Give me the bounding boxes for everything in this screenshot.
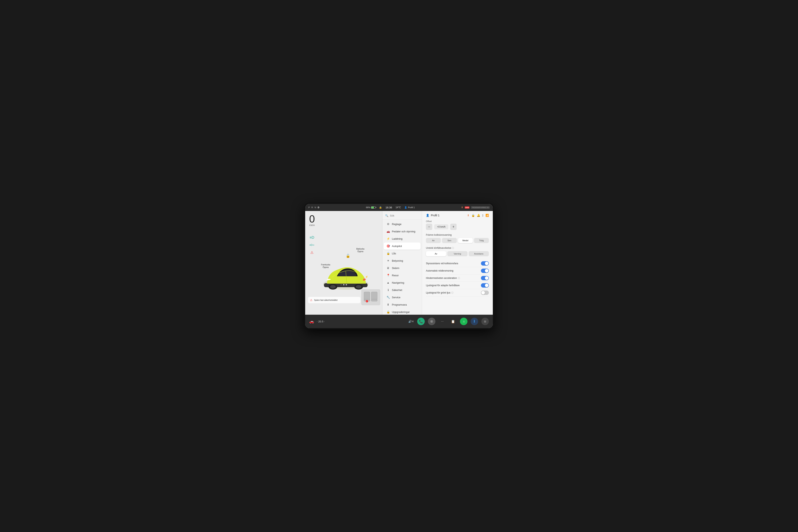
lock-status-icon: 🔒: [379, 206, 382, 209]
toggle-ljudsignal-adaptiv: Ljudsignal för adaptiv farthållare: [426, 282, 489, 289]
gear-n[interactable]: N: [315, 206, 317, 209]
temp-right-arrow[interactable]: ›: [324, 320, 325, 323]
menu-item-reglage[interactable]: ⚙ Reglage: [383, 221, 421, 228]
hindermedveten-toggle[interactable]: [481, 276, 489, 280]
lane-varning-btn[interactable]: Varning: [447, 251, 468, 256]
volume-icon[interactable]: 🔊✕: [408, 320, 414, 323]
collision-medel-btn[interactable]: Medel: [458, 238, 473, 243]
bottom-car-icon[interactable]: 🚗: [309, 319, 314, 324]
profile-bluetooth-icon[interactable]: ₿: [482, 214, 483, 217]
menu-item-uppgraderingar[interactable]: 🔒 Uppgraderingar: [383, 308, 421, 315]
menu-item-laddning[interactable]: ⚡ Laddning: [383, 235, 421, 242]
skarm-label: Skärm: [392, 267, 399, 269]
menu-panel: 🔍 Sök ⚙ Reglage 🚗 Pedaler och styrning ⚡…: [382, 211, 422, 315]
collision-sen-btn[interactable]: Sen: [442, 238, 457, 243]
right-panel: 👤 Profil 1 ⬇ 🔒 🔔 ₿ 📶 Offset −: [422, 211, 493, 315]
gront-info-icon[interactable]: ⓘ: [451, 291, 453, 294]
las-icon: 🔒: [386, 252, 390, 255]
dots-icon[interactable]: ···: [439, 318, 446, 325]
camera-icon[interactable]: ⦿: [428, 318, 435, 325]
lane-info-icon[interactable]: ⓘ: [452, 247, 454, 249]
sos-badge[interactable]: SOS: [465, 206, 470, 209]
menu-item-resor[interactable]: 📍 Resor: [383, 272, 421, 279]
svg-point-12: [366, 300, 368, 302]
svg-point-3: [330, 285, 336, 288]
dot-1[interactable]: [340, 284, 342, 285]
toggle-hindermedveten: Hindermedveten acceleration ⓘ: [426, 274, 489, 282]
collision-av-btn[interactable]: Av: [426, 238, 441, 243]
sakerhet-icon: ℹ: [386, 288, 390, 291]
person-icon: 👤: [404, 206, 407, 209]
skarm-icon: 🖥: [386, 266, 390, 269]
menu-item-las[interactable]: 🔒 Lås: [383, 250, 421, 257]
bottom-bar: 🚗 ‹ 20.5 › 🔊✕ 📞 ⦿ ··· 📋 ♫ ᛒ ⊞: [305, 315, 493, 328]
service-label: Service: [392, 296, 400, 299]
menu-item-pedaler[interactable]: 🚗 Pedaler och styrning: [383, 228, 421, 235]
svg-text:!: !: [366, 301, 367, 302]
menu-item-navigering[interactable]: ▲ Navigering: [383, 279, 421, 286]
search-row[interactable]: 🔍 Sök: [382, 212, 422, 220]
offset-label: Offset: [426, 220, 489, 223]
hindermedveten-label: Hindermedveten acceleration ⓘ: [426, 277, 460, 280]
collision-buttons: Av Sen Medel Tidig: [426, 238, 489, 243]
gear-d[interactable]: D: [318, 206, 320, 209]
screen-outer: P R N D 66% 🔒 16:36 14°C 👤 Profil 1: [304, 203, 494, 329]
pedaler-label: Pedaler och styrning: [392, 230, 415, 233]
ljudsignal-adaptiv-knob: [485, 284, 489, 287]
menu-item-belysning[interactable]: ☀ Belysning: [383, 257, 421, 264]
hindermedveten-info-icon[interactable]: ⓘ: [458, 277, 460, 280]
profile-person-icon: 👤: [426, 214, 429, 217]
speed-value: 0: [309, 214, 315, 224]
profile-bell-icon[interactable]: 🔔: [477, 214, 480, 217]
drive-icons: ≡D ≡D⊂ ⚠: [308, 235, 316, 255]
pedaler-icon: 🚗: [386, 230, 390, 233]
lane-av-btn[interactable]: Av: [426, 251, 446, 256]
notes-icon[interactable]: 📋: [449, 318, 457, 325]
spotify-icon[interactable]: ♫: [460, 318, 468, 325]
styrassistans-toggle[interactable]: [481, 261, 489, 266]
phone-icon[interactable]: 📞: [417, 318, 425, 325]
toggle-styrassistans: Styrassistans vid kollisionsfara: [426, 260, 489, 267]
battery-info: 66%: [366, 206, 376, 209]
svg-rect-8: [364, 292, 370, 300]
airbag-badge: PASSENGER AIRBAG ON: [471, 206, 490, 209]
lane-assistans-btn[interactable]: Assistans: [469, 251, 489, 256]
belysning-label: Belysning: [392, 259, 403, 262]
ljudsignal-gront-knob: [481, 291, 485, 294]
menu-item-autopilot[interactable]: 🎯 Autopilot: [383, 243, 421, 250]
battery-fill: [371, 207, 374, 208]
ljudsignal-gront-label: Ljudsignal för grönt ljus ⓘ: [426, 291, 453, 294]
gear-p[interactable]: P: [308, 206, 310, 209]
laddning-icon: ⚡: [386, 237, 390, 240]
lane-buttons: Av Varning Assistans: [426, 251, 489, 256]
nodbromsning-toggle[interactable]: [481, 269, 489, 273]
collision-warning-section: Främre kollisionsvarning Av Sen Medel Ti…: [426, 233, 489, 243]
ljudsignal-gront-toggle[interactable]: [481, 290, 489, 295]
menu-item-programvara[interactable]: ⬇ Programvara: [383, 301, 421, 308]
gear-r[interactable]: R: [311, 206, 313, 209]
seatbelt-warning: ⚠ Spänn fast säkerhetsbältet: [308, 297, 360, 303]
dot-2[interactable]: [343, 284, 344, 285]
offset-minus-btn[interactable]: −: [426, 224, 432, 230]
grid-icon[interactable]: ⊞: [481, 318, 489, 325]
ljudsignal-adaptiv-toggle[interactable]: [481, 283, 489, 288]
seat-thumbnail[interactable]: !: [361, 289, 380, 305]
dot-3[interactable]: [346, 284, 347, 285]
offset-plus-btn[interactable]: +: [450, 224, 457, 230]
collision-tidig-btn[interactable]: Tidig: [474, 238, 489, 243]
profile-signal-icon[interactable]: 📶: [486, 214, 489, 217]
temp-left-arrow[interactable]: ‹: [317, 320, 318, 323]
uppgraderingar-icon: 🔒: [386, 310, 390, 314]
download-profile-icon[interactable]: ⬇: [467, 214, 470, 217]
menu-item-skarm[interactable]: 🖥 Skärm: [383, 264, 421, 271]
temp-value: 20.5: [318, 320, 323, 323]
profile-lock-icon[interactable]: 🔒: [472, 214, 475, 217]
menu-item-service[interactable]: 🔧 Service: [383, 294, 421, 301]
bluetooth-icon[interactable]: ᛒ: [471, 318, 478, 325]
prnd-display: P R N D: [308, 206, 320, 209]
search-label: Sök: [390, 214, 394, 217]
menu-item-sakerhet[interactable]: ℹ Säkerhet: [383, 286, 421, 293]
status-icons-right: ⬇ SOS PASSENGER AIRBAG ON: [461, 206, 490, 209]
autopilot-icon: 🎯: [386, 244, 390, 248]
offset-section: Offset − +0 km/h +: [426, 220, 489, 230]
